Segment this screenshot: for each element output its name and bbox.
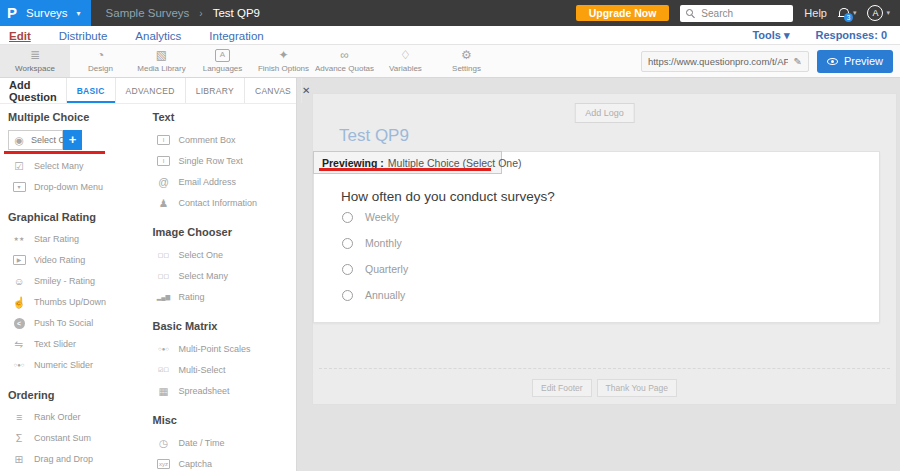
toolbar-media-library[interactable]: ▧Media Library bbox=[131, 45, 192, 77]
upgrade-now-button[interactable]: Upgrade Now bbox=[576, 5, 670, 21]
edit-url-pencil-icon[interactable]: ✎ bbox=[793, 56, 801, 67]
question-type-label: Spreadsheet bbox=[179, 386, 230, 396]
edit-footer-button[interactable]: Edit Footer bbox=[532, 379, 592, 397]
tab-advanced[interactable]: ADVANCED bbox=[115, 78, 185, 103]
toolbar-settings[interactable]: ⚙Settings bbox=[436, 45, 497, 77]
annotation-underline bbox=[4, 151, 105, 154]
radio-button[interactable] bbox=[342, 290, 353, 301]
breadcrumb: Sample Surveys › Test QP9 bbox=[106, 7, 260, 19]
advance-quotas-icon: ∞ bbox=[340, 49, 349, 62]
question-type-rank-order[interactable]: ≡Rank Order bbox=[8, 407, 144, 428]
notification-badge: 3 bbox=[844, 13, 853, 22]
image-rating-icon: ▂▄▆ bbox=[156, 292, 172, 302]
question-type-label: Star Rating bbox=[34, 234, 79, 244]
question-type-label: Numeric Slider bbox=[34, 360, 93, 370]
section-text: TextIComment BoxISingle Row Text@Email A… bbox=[153, 111, 289, 213]
radio-icon: ◉ bbox=[11, 134, 27, 146]
toolbar-design[interactable]: ◔Design bbox=[70, 45, 131, 77]
languages-icon: A bbox=[215, 49, 230, 62]
question-type-constant-sum[interactable]: ΣConstant Sum bbox=[8, 428, 144, 449]
question-type-column-1: Multiple Choice◉Select One+☑Select Many▾… bbox=[8, 109, 144, 471]
toolbar-variables[interactable]: ♢Variables bbox=[375, 45, 436, 77]
media-library-icon: ▧ bbox=[156, 49, 167, 62]
question-type-push-to-social[interactable]: <Push To Social bbox=[8, 313, 144, 334]
question-type-select-one[interactable]: ▢▢Select One bbox=[153, 244, 289, 265]
search-input[interactable] bbox=[699, 7, 783, 20]
panel-tabs: BASICADVANCEDLIBRARYCANVAS bbox=[66, 78, 301, 103]
radio-button[interactable] bbox=[342, 212, 353, 223]
notifications-menu[interactable]: 3 ▾ bbox=[838, 8, 857, 19]
surveys-product-menu[interactable]: P Surveys ▾ bbox=[0, 0, 91, 26]
workspace-icon: ≣ bbox=[30, 49, 40, 62]
survey-page-canvas: Add Logo Test QP9 Previewing : Multiple … bbox=[312, 93, 897, 405]
toolbar-label: Languages bbox=[203, 64, 243, 73]
question-text[interactable]: How often do you conduct surveys? bbox=[341, 189, 555, 204]
toolbar-languages[interactable]: ALanguages bbox=[192, 45, 253, 77]
question-type-numeric-slider[interactable]: ○●○Numeric Slider bbox=[8, 355, 144, 376]
tools-menu[interactable]: Tools ▾ bbox=[752, 29, 789, 42]
help-link[interactable]: Help bbox=[804, 7, 827, 19]
tab-canvas[interactable]: CANVAS bbox=[244, 78, 301, 103]
survey-url-field[interactable]: https://www.questionpro.com/t/APNrfZ ✎ bbox=[641, 51, 809, 72]
add-logo-button[interactable]: Add Logo bbox=[574, 103, 635, 123]
text-slider-icon: ⇋ bbox=[11, 338, 27, 350]
question-type-star-rating[interactable]: ★★Star Rating bbox=[8, 229, 144, 250]
question-type-drop-down-menu[interactable]: ▾Drop-down Menu bbox=[8, 177, 144, 198]
drag-drop-icon: ⊞ bbox=[11, 453, 27, 465]
question-type-email-address[interactable]: @Email Address bbox=[153, 171, 289, 192]
question-type-smiley-rating[interactable]: ☺Smiley - Rating bbox=[8, 271, 144, 292]
question-type-select-many[interactable]: ▢▢Select Many bbox=[153, 265, 289, 286]
question-type-spreadsheet[interactable]: ▦Spreadsheet bbox=[153, 380, 289, 401]
toolbar-right: https://www.questionpro.com/t/APNrfZ ✎ P… bbox=[641, 45, 900, 77]
search-icon bbox=[686, 9, 695, 18]
question-type-comment-box[interactable]: IComment Box bbox=[153, 129, 289, 150]
question-type-drag-and-drop[interactable]: ⊞Drag and Drop bbox=[8, 449, 144, 470]
survey-title[interactable]: Test QP9 bbox=[339, 126, 409, 146]
section-title: Multiple Choice bbox=[8, 111, 144, 123]
question-type-thumbs-up-down[interactable]: ☝Thumbs Up/Down bbox=[8, 292, 144, 313]
question-type-select-one[interactable]: ◉Select One bbox=[8, 130, 63, 150]
toolbar-advance-quotas[interactable]: ∞Advance Quotas bbox=[314, 45, 375, 77]
section-title: Misc bbox=[153, 414, 289, 426]
question-type-select-many[interactable]: ☑Select Many bbox=[8, 156, 144, 177]
question-type-text-slider[interactable]: ⇋Text Slider bbox=[8, 334, 144, 355]
breadcrumb-parent[interactable]: Sample Surveys bbox=[106, 7, 190, 19]
question-type-label: Comment Box bbox=[179, 135, 236, 145]
radio-button[interactable] bbox=[342, 238, 353, 249]
rank-order-icon: ≡ bbox=[11, 411, 27, 423]
question-type-multi-select[interactable]: ☑☐Multi-Select bbox=[153, 359, 289, 380]
chevron-down-icon: ▾ bbox=[853, 9, 857, 17]
question-type-label: Drop-down Menu bbox=[34, 182, 103, 192]
question-type-single-row-text[interactable]: ISingle Row Text bbox=[153, 150, 289, 171]
close-icon[interactable]: ✕ bbox=[301, 78, 310, 103]
preview-button-label: Preview bbox=[844, 55, 883, 67]
question-type-rating[interactable]: ▂▄▆Rating bbox=[153, 286, 289, 307]
question-type-multi-point-scales[interactable]: ○●○Multi-Point Scales bbox=[153, 338, 289, 359]
question-type-captcha[interactable]: xyzCaptcha bbox=[153, 453, 289, 471]
add-question-button[interactable]: + bbox=[63, 130, 82, 150]
tab-library[interactable]: LIBRARY bbox=[185, 78, 244, 103]
nav-distribute[interactable]: Distribute bbox=[59, 30, 108, 42]
toolbar-finish-options[interactable]: ✦Finish Options bbox=[253, 45, 314, 77]
answer-options: WeeklyMonthlyQuarterlyAnnually bbox=[342, 211, 408, 301]
account-menu[interactable]: A ▾ bbox=[867, 5, 890, 21]
add-question-panel: Add Question BASICADVANCEDLIBRARYCANVAS … bbox=[0, 78, 297, 471]
nav-edit[interactable]: Edit bbox=[9, 30, 31, 42]
toolbar-workspace[interactable]: ≣Workspace bbox=[0, 45, 70, 77]
avatar: A bbox=[867, 5, 883, 21]
global-search[interactable] bbox=[680, 5, 793, 22]
nav-analytics[interactable]: Analytics bbox=[135, 30, 181, 42]
question-type-date-time[interactable]: ◷Date / Time bbox=[153, 432, 289, 453]
breadcrumb-current: Test QP9 bbox=[213, 7, 260, 19]
question-type-contact-information[interactable]: ♟Contact Information bbox=[153, 192, 289, 213]
spreadsheet-icon: ▦ bbox=[156, 385, 172, 397]
nav-integration[interactable]: Integration bbox=[209, 30, 263, 42]
preview-button[interactable]: Preview bbox=[817, 50, 893, 73]
question-type-video-rating[interactable]: ▶Video Rating bbox=[8, 250, 144, 271]
responses-count[interactable]: Responses: 0 bbox=[815, 29, 887, 41]
question-type-label: Multi-Select bbox=[179, 365, 226, 375]
radio-button[interactable] bbox=[342, 264, 353, 275]
checkbox-icon: ☑ bbox=[11, 160, 27, 172]
tab-basic[interactable]: BASIC bbox=[66, 78, 115, 103]
thank-you-page-button[interactable]: Thank You Page bbox=[597, 379, 677, 397]
